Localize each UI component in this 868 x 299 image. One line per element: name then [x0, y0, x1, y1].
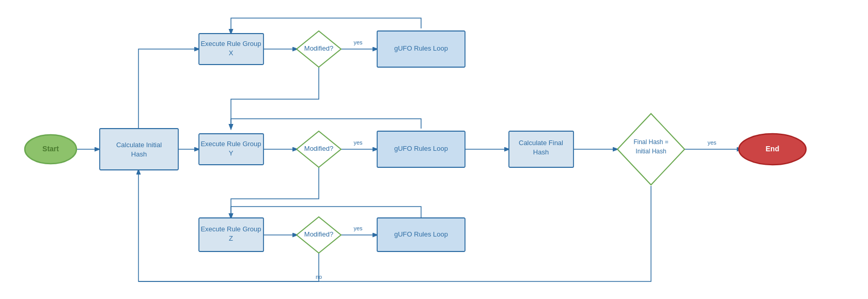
calc-initial-hash-node [100, 129, 178, 170]
calc-initial-hash-label-1: Calculate Initial [116, 141, 162, 149]
label-modz-yes: yes [353, 225, 363, 231]
calc-final-hash-label-2: Hash [533, 148, 549, 156]
arrow-loopz-back-to-execz [231, 207, 421, 218]
end-label: End [766, 145, 779, 153]
exec-rule-group-z-label-2: Z [229, 234, 233, 242]
exec-rule-group-y-label-1: Execute Rule Group [200, 140, 261, 148]
label-modz-no: no [316, 274, 322, 280]
exec-rule-group-x-label-2: X [229, 49, 234, 57]
gufo-loop-x-label: gUFO Rules Loop [394, 44, 448, 52]
calc-final-hash-label-1: Calculate Final [519, 139, 563, 147]
label-finaleq-yes: yes [707, 139, 717, 146]
modified-y-label: Modified? [304, 145, 333, 152]
exec-rule-group-y-label-2: Y [229, 149, 234, 157]
final-eq-label-2: Initial Hash [636, 148, 666, 155]
exec-rule-group-z-label-1: Execute Rule Group [200, 225, 261, 233]
arrow-calcinit-to-execx [138, 49, 199, 129]
arrow-modx-no-to-execy [231, 67, 319, 129]
arrow-loopy-back-to-execy [231, 119, 421, 129]
arrow-mody-no-to-execz [231, 167, 319, 218]
exec-rule-group-x-label-1: Execute Rule Group [200, 40, 261, 48]
final-eq-label-1: Final Hash = [633, 138, 669, 146]
start-label: Start [42, 145, 59, 153]
modified-x-label: Modified? [304, 44, 333, 52]
calc-initial-hash-label-2: Hash [131, 150, 147, 158]
label-modx-yes: yes [353, 39, 363, 45]
gufo-loop-z-label: gUFO Rules Loop [394, 230, 448, 238]
gufo-loop-y-label: gUFO Rules Loop [394, 145, 448, 152]
modified-z-label: Modified? [304, 230, 333, 238]
flowchart-diagram: yes yes yes no yes Start Calculate Initi… [0, 0, 868, 299]
label-mody-yes: yes [353, 139, 363, 146]
